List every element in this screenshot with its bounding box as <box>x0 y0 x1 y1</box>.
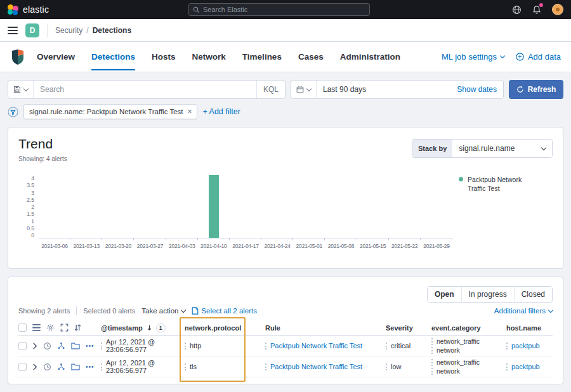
rule-cell[interactable]: Packtpub Network Traffic Test <box>256 363 377 370</box>
status-tab-closed[interactable]: Closed <box>515 287 552 302</box>
select-all-alerts-button[interactable]: Select all 2 alerts <box>192 307 257 315</box>
drag-handle-icon[interactable] <box>265 343 266 350</box>
y-tick-label: 0.5 <box>27 225 34 232</box>
event-category-cell[interactable]: network_traffic network <box>423 337 497 354</box>
remove-filter-icon[interactable]: × <box>187 107 192 116</box>
tab-detections[interactable]: Detections <box>91 43 135 70</box>
drag-handle-icon[interactable] <box>101 343 102 350</box>
analyze-event-icon[interactable] <box>57 342 65 350</box>
chart-slot <box>421 175 452 238</box>
drag-handle-icon[interactable] <box>431 338 433 345</box>
rule-cell[interactable]: Packtpub Network Traffic Test <box>256 342 377 350</box>
additional-filters-button[interactable]: Additional filters <box>494 307 553 315</box>
saved-queries-menu[interactable] <box>8 81 34 98</box>
chart-bar-2021-04-10[interactable] <box>209 175 219 238</box>
severity-cell[interactable]: critical <box>377 342 423 350</box>
selected-alerts-count: Selected 0 alerts <box>83 307 135 315</box>
status-tab-open[interactable]: Open <box>428 287 462 302</box>
elastic-brand[interactable]: elastic <box>8 4 49 15</box>
drag-handle-icon[interactable] <box>431 368 433 375</box>
drag-handle-icon[interactable] <box>506 343 508 350</box>
filter-chip[interactable]: signal.rule.name: Packtpub Network Traff… <box>23 104 197 119</box>
refresh-button[interactable]: Refresh <box>509 80 563 99</box>
select-all-checkbox[interactable] <box>18 323 27 332</box>
date-range-value[interactable]: Last 90 days <box>317 85 450 94</box>
show-dates-button[interactable]: Show dates <box>450 85 503 94</box>
sort-fields-icon[interactable] <box>74 323 81 332</box>
tab-administration[interactable]: Administration <box>340 43 400 70</box>
globe-icon[interactable] <box>511 4 522 15</box>
legend-dot-icon <box>459 177 463 181</box>
query-search-input[interactable] <box>34 85 256 94</box>
kql-language-button[interactable]: KQL <box>256 81 285 98</box>
column-header-severity[interactable]: Severity <box>377 324 423 332</box>
gear-icon[interactable] <box>46 323 55 332</box>
global-search-input[interactable] <box>203 6 365 13</box>
expand-row-chevron-icon[interactable] <box>32 343 37 350</box>
y-tick-label: 1 <box>31 218 34 225</box>
alert-status-clock-icon[interactable] <box>43 363 51 371</box>
protocol-cell[interactable]: http <box>183 342 256 350</box>
user-avatar[interactable] <box>552 4 563 15</box>
columns-list-icon[interactable] <box>32 324 41 331</box>
menu-hamburger-icon[interactable] <box>8 27 18 34</box>
fullscreen-icon[interactable] <box>60 323 69 332</box>
drag-handle-icon[interactable] <box>431 359 433 366</box>
ml-job-settings-button[interactable]: ML job settings <box>442 52 504 62</box>
drag-handle-icon[interactable] <box>185 363 186 370</box>
event-category-cell[interactable]: network_traffic network <box>423 358 497 375</box>
host-cell[interactable]: packtpub <box>497 363 553 370</box>
drag-handle-icon[interactable] <box>386 363 387 370</box>
save-icon <box>13 86 21 93</box>
notifications-bell-icon[interactable] <box>532 4 542 15</box>
timestamp-cell[interactable]: Apr 12, 2021 @ 23:06:56.977 <box>100 359 183 374</box>
space-badge[interactable]: D <box>25 23 39 37</box>
column-header-event-category[interactable]: event.category <box>423 324 497 332</box>
column-header-network-protocol[interactable]: network.protocol <box>183 324 256 332</box>
add-filter-button[interactable]: + Add filter <box>202 107 240 116</box>
breadcrumb-security[interactable]: Security <box>55 26 82 35</box>
column-header-timestamp[interactable]: @timestamp 1 <box>100 323 183 332</box>
y-axis: 43.532.521.510.50 <box>18 175 39 238</box>
alert-status-clock-icon[interactable] <box>43 342 51 350</box>
drag-handle-icon[interactable] <box>101 363 102 370</box>
column-header-host-name[interactable]: host.name <box>497 324 553 332</box>
calendar-menu[interactable] <box>291 81 317 98</box>
date-picker[interactable]: Last 90 days Show dates <box>291 80 504 99</box>
take-action-button[interactable]: Take action <box>141 307 185 315</box>
chevron-down-icon <box>500 53 505 58</box>
more-actions-icon[interactable]: ••• <box>86 343 95 350</box>
stack-by-select[interactable]: signal.rule.name <box>452 140 552 157</box>
legend-label[interactable]: Packtpub Network Traffic Test <box>468 175 531 193</box>
host-link: packtpub <box>511 342 540 350</box>
expand-row-chevron-icon[interactable] <box>32 363 37 370</box>
tab-timelines[interactable]: Timelines <box>242 43 282 70</box>
timestamp-cell[interactable]: Apr 12, 2021 @ 23:06:56.977 <box>100 338 183 353</box>
drag-handle-icon[interactable] <box>386 343 387 350</box>
drag-handle-icon[interactable] <box>265 363 266 370</box>
column-header-rule[interactable]: Rule <box>256 324 377 332</box>
alert-status-filter-group: OpenIn progressClosed <box>427 286 553 303</box>
drag-handle-icon[interactable] <box>506 363 508 370</box>
protocol-cell[interactable]: tls <box>183 363 256 370</box>
tab-cases[interactable]: Cases <box>298 43 324 70</box>
analyze-event-icon[interactable] <box>57 363 65 371</box>
x-tick-label: 2021-03-27 <box>134 243 166 249</box>
severity-cell[interactable]: low <box>377 363 423 370</box>
host-cell[interactable]: packtpub <box>497 342 553 350</box>
row-checkbox[interactable] <box>18 363 27 371</box>
tab-hosts[interactable]: Hosts <box>152 43 176 70</box>
row-checkbox[interactable] <box>18 342 27 350</box>
drag-handle-icon[interactable] <box>431 347 433 354</box>
kql-search-bar[interactable]: KQL <box>8 80 286 99</box>
add-data-button[interactable]: Add data <box>516 52 561 62</box>
folder-timeline-icon[interactable] <box>71 363 80 370</box>
global-search[interactable] <box>188 3 370 16</box>
tab-network[interactable]: Network <box>192 43 226 70</box>
more-actions-icon[interactable]: ••• <box>86 363 95 370</box>
status-tab-in-progress[interactable]: In progress <box>462 287 515 302</box>
filter-menu-icon[interactable] <box>8 107 18 117</box>
tab-overview[interactable]: Overview <box>37 43 75 70</box>
folder-timeline-icon[interactable] <box>71 342 80 350</box>
drag-handle-icon[interactable] <box>185 343 186 350</box>
